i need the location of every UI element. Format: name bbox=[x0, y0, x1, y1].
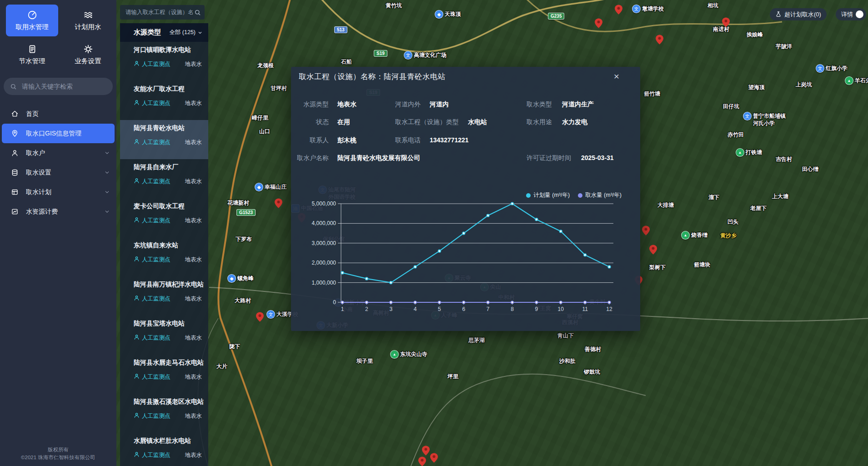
module-water-meter[interactable]: 取用水管理 bbox=[6, 5, 58, 36]
map-label: 吉告村 bbox=[776, 155, 792, 163]
map-pin-marker[interactable] bbox=[615, 5, 622, 15]
legend-label-actual: 取水量 (m³/年) bbox=[585, 191, 622, 199]
module-waves[interactable]: 计划用水 bbox=[62, 5, 114, 36]
legend-item-plan[interactable]: 计划量 (m³/年) bbox=[526, 191, 570, 199]
map-label: 陇下 bbox=[229, 343, 240, 351]
map-label-text: 山口 bbox=[259, 128, 270, 135]
search-icon[interactable] bbox=[194, 9, 201, 16]
field-label: 联系电话 bbox=[395, 135, 421, 145]
sidebar-item-plan[interactable]: 取水计划 bbox=[0, 182, 116, 202]
map-label: 溜下 bbox=[708, 194, 719, 201]
station-search-input[interactable] bbox=[125, 9, 194, 16]
map-pin-marker[interactable] bbox=[430, 453, 438, 463]
chevron-down-icon bbox=[104, 150, 110, 156]
map-label: 文高塘文化广场 bbox=[404, 51, 447, 60]
map-pin-marker[interactable] bbox=[722, 17, 730, 27]
map-pin-marker[interactable] bbox=[418, 456, 426, 466]
detail-toggle[interactable]: 详情 bbox=[836, 8, 866, 20]
map-label: 石船 bbox=[341, 58, 352, 66]
peak-marker-icon: ▲ bbox=[390, 350, 399, 359]
sidebar-item-billing[interactable]: 水资源计费 bbox=[0, 202, 116, 221]
monitor-type: 人工监测点 bbox=[142, 334, 171, 342]
map-label-text: 打铁塘 bbox=[746, 149, 762, 156]
poi-blue-marker-icon: ◆ bbox=[255, 183, 263, 191]
map-label: 箭塘块 bbox=[694, 261, 710, 269]
sidebar-item-database[interactable]: 取水设置 bbox=[0, 163, 116, 182]
database-icon bbox=[11, 169, 19, 176]
field-c2-r0: 河道内外河道内 bbox=[395, 100, 449, 109]
map-label-text: 上大塘 bbox=[772, 193, 788, 200]
station-list-item[interactable]: 陆河县自来水厂人工监测点地表水 bbox=[120, 159, 208, 198]
map-label: 河氏小学 bbox=[753, 120, 775, 127]
filter-label: 水源类型 bbox=[134, 28, 161, 37]
station-list-item[interactable]: 陆河县激石溪老区水电站人工监测点地表水 bbox=[120, 394, 208, 433]
station-list-item[interactable]: 陆河县宝塔水电站人工监测点地表水 bbox=[120, 316, 208, 355]
station-list-item[interactable]: 东坑镇自来水站人工监测点地表水 bbox=[120, 237, 208, 276]
person-icon bbox=[134, 99, 140, 107]
station-list-item[interactable]: 陆河县水唇走马石水电站人工监测点地表水 bbox=[120, 355, 208, 394]
map-label-text: 老屋下 bbox=[750, 205, 767, 212]
module-grid: 取用水管理计划用水节水管理业务设置 bbox=[0, 0, 116, 70]
sidebar-item-user[interactable]: 取水户 bbox=[0, 143, 116, 163]
chart-legend: 计划量 (m³/年) 取水量 (m³/年) bbox=[526, 191, 622, 199]
map-label-text: 青山下 bbox=[557, 332, 574, 340]
module-gear[interactable]: 业务设置 bbox=[62, 39, 114, 70]
person-icon bbox=[134, 256, 140, 264]
person-icon bbox=[134, 60, 140, 68]
map-label-text: 田心缯 bbox=[802, 165, 818, 173]
map-label: ▲打铁塘 bbox=[736, 148, 762, 157]
map-pin-marker[interactable] bbox=[656, 35, 663, 45]
map-pin-marker[interactable] bbox=[422, 446, 430, 456]
station-list-item[interactable]: 友能水厂取水工程人工监测点地表水 bbox=[120, 81, 208, 120]
monitor-type: 人工监测点 bbox=[142, 412, 171, 420]
field-value: 河道内 bbox=[430, 100, 449, 109]
sidebar-search-input[interactable] bbox=[21, 82, 100, 90]
map-pin-marker[interactable] bbox=[275, 198, 282, 208]
water-source: 地表水 bbox=[185, 373, 202, 381]
station-list: 河口镇唱歌潭水电站人工监测点地表水友能水厂取水工程人工监测点地表水陆河县青砼水电… bbox=[120, 42, 208, 466]
peak-marker-icon: ▲ bbox=[845, 76, 853, 85]
map-pin-marker[interactable] bbox=[256, 312, 264, 322]
sidebar-item-map-pin[interactable]: 取水口GIS信息管理 bbox=[2, 124, 115, 143]
map-pin-marker[interactable] bbox=[642, 225, 650, 236]
map-label-text: 梨树下 bbox=[649, 264, 666, 271]
map-label: 思茅湖 bbox=[468, 336, 485, 344]
legend-item-actual[interactable]: 取水量 (m³/年) bbox=[578, 191, 622, 199]
map-pin-marker[interactable] bbox=[595, 18, 602, 28]
peak-marker-icon: ▲ bbox=[681, 231, 690, 240]
module-document[interactable]: 节水管理 bbox=[6, 39, 58, 70]
over-plan-alert-button[interactable]: 超计划取水(0) bbox=[770, 8, 827, 20]
gear-icon bbox=[83, 44, 93, 54]
school-marker-icon: 文 bbox=[266, 310, 275, 319]
station-list-item[interactable]: 麦卡公司取水工程人工监测点地表水 bbox=[120, 198, 208, 237]
station-list-item[interactable]: 陆河县青砼水电站人工监测点地表水 bbox=[120, 120, 208, 159]
map-label: 善德村 bbox=[585, 346, 601, 353]
field-value: 陆河县青砼水电发展有限公司 bbox=[337, 153, 420, 162]
map-label-text: 箭竹塘 bbox=[644, 90, 660, 98]
station-list-item[interactable]: 河口镇唱歌潭水电站人工监测点地表水 bbox=[120, 42, 208, 81]
water-source-filter[interactable]: 水源类型 全部 (125) bbox=[120, 23, 208, 42]
map-pin-marker[interactable] bbox=[649, 245, 657, 255]
station-list-item[interactable]: 陆河县南万镇杞洋水电站人工监测点地表水 bbox=[120, 276, 208, 316]
station-list-item[interactable]: 水唇镇水栏肚水电站人工监测点地表水 bbox=[120, 433, 208, 466]
sidebar-item-home[interactable]: 首页 bbox=[0, 104, 116, 124]
map-label-text: 墩塘学校 bbox=[642, 5, 664, 13]
station-name: 陆河县南万镇杞洋水电站 bbox=[134, 281, 202, 289]
map-label-text: 下罗布 bbox=[236, 236, 252, 243]
map-label: 文红旗小学 bbox=[816, 64, 848, 73]
person-icon bbox=[134, 216, 140, 225]
station-list-panel: 水源类型 全部 (125) 河口镇唱歌潭水电站人工监测点地表水友能水厂取水工程人… bbox=[120, 23, 208, 466]
search-icon bbox=[10, 83, 17, 90]
field-c2-r1: 取水工程（设施）类型水电站 bbox=[395, 117, 487, 126]
plan-icon bbox=[11, 188, 19, 196]
map-label-text: 黄沙乡 bbox=[720, 232, 737, 240]
map-label: 上岗坑 bbox=[796, 81, 812, 89]
toggle-knob[interactable] bbox=[856, 10, 863, 18]
station-search[interactable] bbox=[120, 5, 205, 20]
map-label: 坝子里 bbox=[356, 357, 373, 365]
monitor-type: 人工监测点 bbox=[142, 256, 171, 264]
field-label: 状态 bbox=[291, 117, 329, 126]
copyright-line1: 版权所有 bbox=[0, 446, 116, 454]
monitor-type: 人工监测点 bbox=[142, 373, 171, 381]
sidebar-search[interactable] bbox=[4, 78, 113, 95]
